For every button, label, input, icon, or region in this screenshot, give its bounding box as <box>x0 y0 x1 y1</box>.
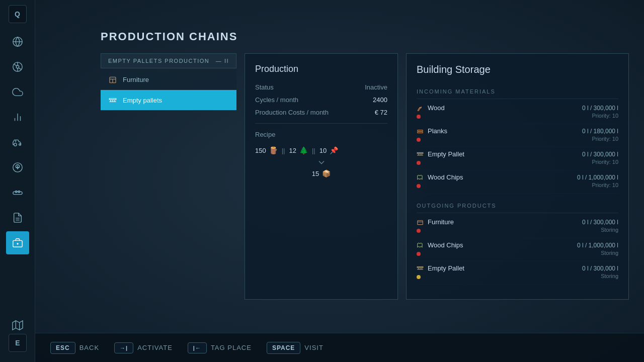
hotkey-activate: →| ACTIVATE <box>114 342 173 353</box>
planks-priority: Priority: 10 <box>592 136 618 144</box>
recipe-title: Recipe <box>255 131 387 138</box>
sidebar-icon-steering[interactable] <box>6 55 29 78</box>
svg-line-7 <box>19 68 21 70</box>
svg-rect-41 <box>417 266 423 267</box>
ep-out-status: Storing <box>601 273 618 281</box>
activate-label: ACTIVATE <box>137 344 173 351</box>
production-panel: Production Status Inactive Cycles / mont… <box>245 53 398 300</box>
input-plank-amount: 12 <box>289 147 296 154</box>
svg-line-6 <box>14 64 16 66</box>
material-wood-top: Wood 0 l / 300,000 l <box>417 104 618 112</box>
wc-out-amounts: 0 l / 1,000,000 l <box>577 242 618 249</box>
outgoing-header: OUTGOING PRODUCTS <box>417 199 618 213</box>
hotkey-tag: |← TAG PLACE <box>188 342 252 353</box>
material-wc-out: Wood Chips 0 l / 1,000,000 l Storing <box>417 238 618 261</box>
misc-icon: 📌 <box>330 146 338 154</box>
stat-status-label: Status <box>255 83 274 91</box>
material-ep-out-top: Empty Pallet 0 l / 300,000 l <box>417 264 618 272</box>
sidebar-icon-tractor[interactable] <box>6 131 29 154</box>
svg-point-3 <box>16 65 19 68</box>
chain-list-panel: EMPTY PALLETS PRODUCTION — II Furniture <box>101 53 236 111</box>
planks-dot <box>417 138 421 142</box>
material-wood-chips-in: Wood Chips 0 l / 1,000,000 l Priority: 1… <box>417 170 618 194</box>
material-empty-pallet-in: Empty Pallet 0 l / 300,000 l Priority: 1… <box>417 147 618 170</box>
planks-amounts: 0 l / 180,000 l <box>582 128 618 135</box>
sidebar-icon-notes[interactable] <box>6 206 29 229</box>
wc-out-label: Wood Chips <box>428 241 463 249</box>
chain-header-suffix: — II <box>216 58 229 64</box>
wc-in-amounts: 0 l / 1,000,000 l <box>577 174 618 181</box>
furniture-icon <box>108 74 118 84</box>
material-ep-out: Empty Pallet 0 l / 300,000 l Storing <box>417 261 618 285</box>
svg-rect-35 <box>417 152 423 153</box>
sidebar-icon-money[interactable] <box>6 156 29 179</box>
q-button[interactable]: Q <box>9 5 27 23</box>
output-pallet-icon: 📦 <box>322 169 331 177</box>
sidebar-icon-animals[interactable] <box>6 181 29 204</box>
chain-header-label: EMPTY PALLETS PRODUCTION <box>108 58 209 64</box>
wc-name: Wood Chips <box>417 173 463 181</box>
furn-out-status: Storing <box>601 227 618 235</box>
ep-out-label: Empty Pallet <box>428 264 464 272</box>
chain-item-empty-pallets[interactable]: Empty pallets <box>101 90 236 111</box>
svg-rect-40 <box>418 222 423 224</box>
recipe-arrow <box>255 157 387 167</box>
bottom-bar: ESC BACK →| ACTIVATE |← TAG PLACE SPACE … <box>35 333 644 362</box>
page-title: PRODUCTION CHAINS <box>101 30 629 43</box>
material-wc-out-top: Wood Chips 0 l / 1,000,000 l <box>417 241 618 249</box>
sidebar-icon-weather[interactable] <box>6 80 29 104</box>
wood-dot <box>417 115 421 119</box>
e-button[interactable]: E <box>9 334 27 352</box>
tag-key[interactable]: |← <box>188 342 207 353</box>
esc-label: BACK <box>79 344 99 351</box>
material-furn-top: Furniture 0 l / 300,000 l <box>417 218 618 226</box>
material-planks-top: Planks 0 l / 180,000 l <box>417 127 618 135</box>
svg-rect-34 <box>418 132 423 133</box>
empty-pallets-icon <box>108 95 118 105</box>
stat-costs-label: Production Costs / month <box>255 109 329 116</box>
stat-status: Status Inactive <box>255 83 387 91</box>
wc-out-name: Wood Chips <box>417 241 463 249</box>
furn-out-name: Furniture <box>417 218 454 226</box>
material-wood: Wood 0 l / 300,000 l Priority: 10 <box>417 101 618 124</box>
wood-icon: 🪵 <box>269 146 278 154</box>
hotkey-space: SPACE VISIT <box>267 342 324 354</box>
chains-layout: EMPTY PALLETS PRODUCTION — II Furniture <box>101 53 629 300</box>
wood-priority: Priority: 10 <box>592 113 618 121</box>
planks-icon: 🌲 <box>299 146 308 154</box>
divider <box>255 123 387 124</box>
wc-in-label: Wood Chips <box>428 173 463 181</box>
activate-key[interactable]: →| <box>114 342 133 353</box>
recipe-inputs: 150 🪵 || 12 🌲 || 10 📌 <box>255 146 387 154</box>
sidebar-icon-production[interactable] <box>6 231 29 254</box>
ep-out-amounts: 0 l / 300,000 l <box>582 265 618 272</box>
production-title: Production <box>255 64 387 74</box>
ep-in-amounts: 0 l / 300,000 l <box>582 151 618 158</box>
planks-name: Planks <box>417 127 447 135</box>
svg-marker-23 <box>12 321 22 330</box>
space-key[interactable]: SPACE <box>267 342 300 354</box>
stat-cycles: Cycles / month 2400 <box>255 96 387 104</box>
stat-costs: Production Costs / month € 72 <box>255 109 387 116</box>
planks-label: Planks <box>428 127 447 135</box>
furniture-label: Furniture <box>123 76 149 83</box>
wood-name: Wood <box>417 104 445 112</box>
chain-header: EMPTY PALLETS PRODUCTION — II <box>101 53 236 68</box>
wc-out-status: Storing <box>601 250 618 258</box>
furn-out-dot <box>417 229 421 233</box>
ep-out-name: Empty Pallet <box>417 264 464 272</box>
esc-key[interactable]: ESC <box>50 342 75 354</box>
storage-title: Building Storage <box>417 64 618 75</box>
wood-label: Wood <box>428 104 445 112</box>
chain-item-furniture[interactable]: Furniture <box>101 69 236 90</box>
stat-costs-value: € 72 <box>375 109 387 116</box>
ep-in-priority: Priority: 10 <box>592 159 618 167</box>
input-wood-amount: 150 <box>255 147 266 154</box>
separator-1: || <box>282 147 285 154</box>
chain-items-list: Furniture Empty pallets <box>101 69 236 111</box>
ep-in-dot <box>417 161 421 165</box>
svg-rect-28 <box>109 99 116 100</box>
sidebar-icon-globe[interactable] <box>6 30 29 53</box>
stat-status-value: Inactive <box>365 83 387 91</box>
sidebar-icon-stats[interactable] <box>6 106 29 129</box>
